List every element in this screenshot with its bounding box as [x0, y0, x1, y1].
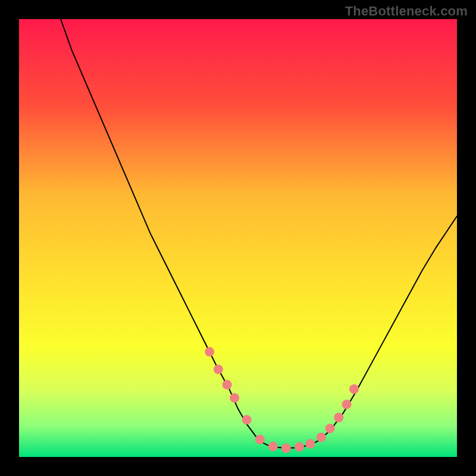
marker-dot	[281, 443, 291, 453]
marker-dot	[342, 400, 352, 409]
chart-svg	[19, 19, 457, 457]
chart-stage: TheBottleneck.com	[0, 0, 476, 476]
marker-dot	[317, 433, 326, 442]
marker-dot	[242, 415, 252, 424]
marker-dot	[223, 380, 232, 390]
gradient-background	[19, 19, 457, 457]
marker-dot	[255, 435, 265, 444]
watermark-text: TheBottleneck.com	[345, 4, 468, 19]
plot-area	[19, 19, 457, 457]
marker-dot	[325, 424, 335, 433]
marker-dot	[295, 442, 304, 452]
marker-dot	[214, 365, 223, 374]
marker-dot	[230, 393, 239, 403]
marker-dot	[305, 439, 315, 449]
marker-dot	[205, 347, 214, 356]
marker-dot	[334, 413, 343, 422]
marker-dot	[268, 441, 278, 451]
marker-dot	[349, 384, 359, 394]
